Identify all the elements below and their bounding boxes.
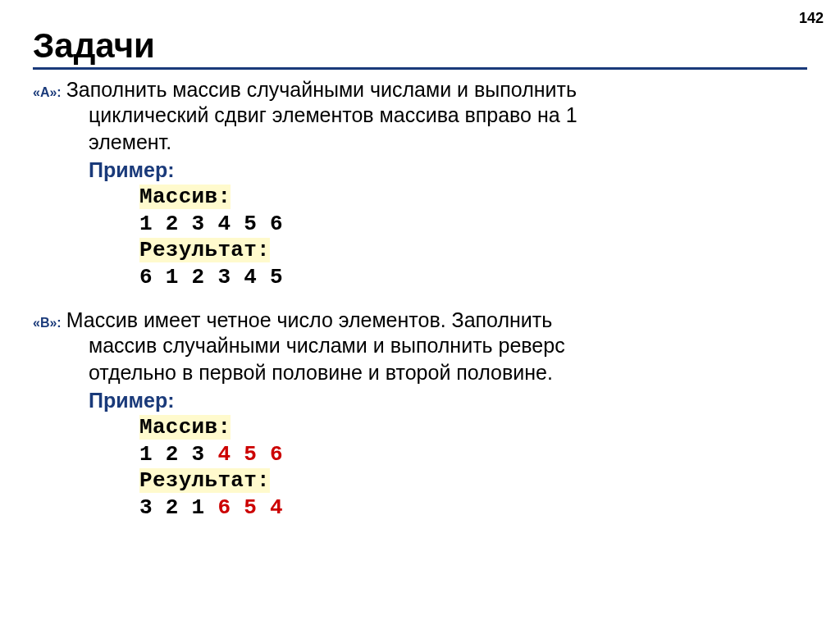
slide-content: Задачи «A»: Заполнить массив случайными … bbox=[0, 0, 840, 555]
task-b-code: Массив: 1 2 3 4 5 6 Результат: 3 2 1 6 5… bbox=[33, 414, 807, 521]
code-result-values-b: 3 2 1 6 5 4 bbox=[139, 495, 807, 522]
task-a-text-2: циклический сдвиг элементов массива впра… bbox=[33, 102, 807, 129]
task-b-example-label: Пример: bbox=[33, 389, 807, 412]
task-a-block: «A»: Заполнить массив случайными числами… bbox=[33, 78, 807, 290]
code-array-label: Массив: bbox=[139, 184, 807, 211]
task-b-label: «B»: bbox=[33, 316, 62, 330]
code-array-label-b: Массив: bbox=[139, 414, 807, 441]
task-a-label: «A»: bbox=[33, 85, 62, 100]
code-result-label-b: Результат: bbox=[139, 467, 807, 495]
page-title: Задачи bbox=[33, 26, 807, 70]
task-a-example-label: Пример: bbox=[33, 158, 807, 182]
task-a-text-3: элемент. bbox=[33, 129, 807, 156]
page-number: 142 bbox=[799, 10, 824, 27]
task-a-text-1: Заполнить массив случайными числами и вы… bbox=[66, 78, 577, 102]
task-b-block: «B»: Массив имеет четное число элементов… bbox=[33, 308, 807, 521]
task-b-first-line: «B»: Массив имеет четное число элементов… bbox=[33, 308, 807, 332]
code-result-values: 6 1 2 3 4 5 bbox=[139, 264, 807, 291]
task-b-text-2: массив случайными числами и выполнить ре… bbox=[33, 332, 807, 359]
code-array-values-b: 1 2 3 4 5 6 bbox=[139, 441, 807, 468]
task-a-first-line: «A»: Заполнить массив случайными числами… bbox=[33, 78, 807, 102]
task-a-code: Массив: 1 2 3 4 5 6 Результат: 6 1 2 3 4… bbox=[33, 184, 807, 290]
task-b-text-1: Массив имеет четное число элементов. Зап… bbox=[66, 308, 553, 332]
code-result-label: Результат: bbox=[139, 237, 807, 264]
code-array-values: 1 2 3 4 5 6 bbox=[139, 211, 807, 238]
task-b-text-3: отдельно в первой половине и второй поло… bbox=[33, 359, 807, 386]
